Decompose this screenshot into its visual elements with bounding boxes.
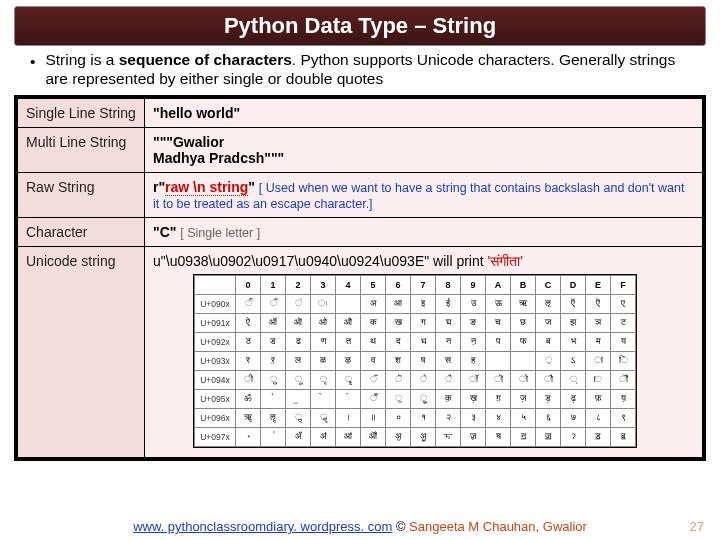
footer-author: Sangeeta M Chauhan, Gwalior	[409, 519, 587, 534]
string-types-table: Single Line String "hello world" Multi L…	[14, 95, 706, 461]
bullet-lead: String is a	[45, 51, 118, 68]
hindi-output: 'संगीता'	[488, 253, 523, 269]
unicode-code: u"\u0938\u0902\u0917\u0940\u0924\u093E"	[153, 253, 429, 269]
row-value: r"raw \n string" [ Used when we want to …	[145, 172, 703, 217]
row-value: """Gwalior Madhya Pradcsh"""	[145, 127, 703, 172]
row-label: Unicode string	[18, 246, 145, 457]
slide-title: Python Data Type – String	[14, 6, 706, 46]
row-label: Multi Line String	[18, 127, 145, 172]
bullet-text: • String is a sequence of characters. Py…	[30, 50, 690, 89]
row-label: Character	[18, 217, 145, 246]
bullet-icon: •	[30, 52, 35, 89]
unicode-chart: 0123456789ABCDEFU+090xऀँंःअआइईउऊऋऌऍऎएU+0…	[193, 274, 637, 448]
row-value: "C" [ Single letter ]	[145, 217, 703, 246]
row-value: u"\u0938\u0902\u0917\u0940\u0924\u093E" …	[145, 246, 703, 457]
footer-link: www. pythonclassroomdiary. wordpress. co…	[133, 519, 392, 534]
page-number: 27	[690, 519, 704, 534]
table-row: Multi Line String """Gwalior Madhya Prad…	[18, 127, 703, 172]
table-row: Character "C" [ Single letter ]	[18, 217, 703, 246]
row-value: "hello world"	[145, 98, 703, 127]
character-note: [ Single letter ]	[180, 226, 260, 240]
table-row: Single Line String "hello world"	[18, 98, 703, 127]
table-row: Raw String r"raw \n string" [ Used when …	[18, 172, 703, 217]
row-label: Single Line String	[18, 98, 145, 127]
footer: www. pythonclassroomdiary. wordpress. co…	[0, 519, 720, 534]
row-label: Raw String	[18, 172, 145, 217]
table-row: Unicode string u"\u0938\u0902\u0917\u094…	[18, 246, 703, 457]
bullet-bold: sequence of characters	[119, 51, 292, 68]
